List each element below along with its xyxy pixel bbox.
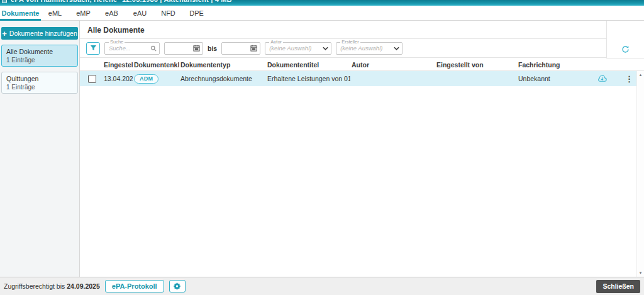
search-field: Suche [104,42,160,55]
column-header-autor: Autor [350,61,435,69]
column-header-fachrichtung: Fachrichtung [517,61,594,69]
date-to-input[interactable] [222,45,250,52]
sidebar-item-count: 1 Einträge [6,84,73,91]
table-row[interactable]: 13.04.2025 ADM Abrechnungsdokumente Erha… [80,71,636,86]
tab-label: NFD [161,9,175,17]
search-input[interactable] [105,45,150,52]
column-header-dokumentenklasse: Dokumentenklasse [133,61,179,69]
funnel-icon [90,45,97,52]
cell-dokumententyp: Abrechnungsdokumente [179,75,266,82]
ersteller-value: (keine Auswahl) [336,45,394,52]
ersteller-select[interactable]: Ersteller (keine Auswahl) [336,42,402,55]
access-text: Zugriffsberechtigt bis 24.09.2025 [4,282,100,290]
sidebar: + Dokumente hinzufügen Alle Dokumente 1 … [0,21,80,277]
add-documents-label: Dokumente hinzufügen [9,30,77,37]
epa-window: ePA von Hammersbach, Helene *12.03.1986 … [0,0,644,295]
footer-bar: Zugriffsberechtigt bis 24.09.2025 ePA-Pr… [0,277,644,295]
cell-dokumententitel: Erhaltene Leistungen von 01.01.2019... [266,75,350,82]
access-date: 24.09.2025 [67,282,100,290]
tab-label: eAB [105,9,118,17]
title-bar: ePA von Hammersbach, Helene *12.03.1986 … [0,0,644,6]
refresh-area [606,21,644,58]
sidebar-item-title: Quittungen [6,75,73,82]
ersteller-label: Ersteller [340,40,360,45]
chevron-down-icon [323,47,328,50]
main-header: Alle Dokumente Suche [80,21,644,58]
add-documents-button[interactable]: + Dokumente hinzufügen [1,27,78,40]
tab-bar: Dokumente eML eMP eAB eAU NFD DPE [0,6,644,21]
tab-dokumente[interactable]: Dokumente [0,6,41,20]
autor-select[interactable]: Autor (keine Auswahl) [265,42,331,55]
sidebar-item-alle-dokumente[interactable]: Alle Dokumente 1 Einträge [1,45,78,67]
close-button[interactable]: Schließen [596,280,640,293]
sidebar-item-title: Alle Dokumente [6,48,73,55]
download-button[interactable] [597,75,607,82]
calendar-icon[interactable] [250,45,257,52]
epa-protokoll-button[interactable]: ePA-Protokoll [105,280,164,292]
row-menu-button[interactable]: ⋮ [625,75,633,83]
window-title: ePA von Hammersbach, Helene *12.03.1986 … [11,0,232,3]
tab-label: eML [48,9,62,17]
scroll-down-icon[interactable]: ▼ [639,271,643,275]
cell-eingestellt: 13.04.2025 [103,75,133,82]
window-icon [2,0,7,3]
plus-icon: + [2,30,7,38]
filter-toolbar: Suche bis [80,39,606,58]
row-checkbox[interactable] [88,75,96,83]
tab-label: Dokumente [2,9,40,17]
date-to-field [221,42,260,55]
tab-label: eAU [133,9,147,17]
refresh-button[interactable] [621,45,630,53]
tab-eml[interactable]: eML [41,6,69,20]
column-header-dokumententyp: Dokumententyp [179,61,266,69]
main-panel: Alle Dokumente Suche [80,21,644,277]
tab-eab[interactable]: eAB [97,6,126,20]
column-header-eingestellt: Eingestellt [103,61,133,69]
refresh-icon [621,45,630,53]
tab-label: DPE [189,9,204,17]
calendar-icon[interactable] [193,45,200,52]
scroll-up-icon[interactable]: ▲ [639,73,643,77]
access-prefix: Zugriffsberechtigt bis [4,282,65,290]
tab-emp[interactable]: eMP [69,6,97,20]
search-label: Suche [109,40,125,45]
table-header: Eingestellt Dokumentenklasse Dokumentent… [80,58,644,71]
tab-dpe[interactable]: DPE [182,6,211,20]
tab-nfd[interactable]: NFD [154,6,182,20]
column-header-dokumententitel: Dokumententitel [266,61,350,69]
date-from-input[interactable] [165,45,193,52]
gear-icon [174,282,181,290]
autor-label: Autor [269,40,283,45]
page-title: Alle Dokumente [80,21,606,39]
cell-fachrichtung: Unbekannt [517,75,594,82]
date-from-field [164,42,203,55]
tab-eau[interactable]: eAU [126,6,154,20]
dokumentenklasse-badge: ADM [134,74,158,84]
tab-label: eMP [76,9,91,17]
content-area: + Dokumente hinzufügen Alle Dokumente 1 … [0,21,644,277]
vertical-scrollbar[interactable]: ▲ ▼ [636,71,644,277]
sidebar-item-quittungen[interactable]: Quittungen 1 Einträge [1,72,78,94]
sidebar-item-count: 1 Einträge [6,57,73,64]
date-range-separator: bis [208,45,217,52]
settings-button[interactable] [169,280,186,292]
table-body: 13.04.2025 ADM Abrechnungsdokumente Erha… [80,71,644,277]
filter-button[interactable] [86,42,100,55]
column-header-eingestellt-von: Eingestellt von [435,61,517,69]
search-icon [150,45,157,52]
chevron-down-icon [394,47,399,50]
cloud-download-icon [597,75,607,82]
autor-value: (keine Auswahl) [265,45,323,52]
